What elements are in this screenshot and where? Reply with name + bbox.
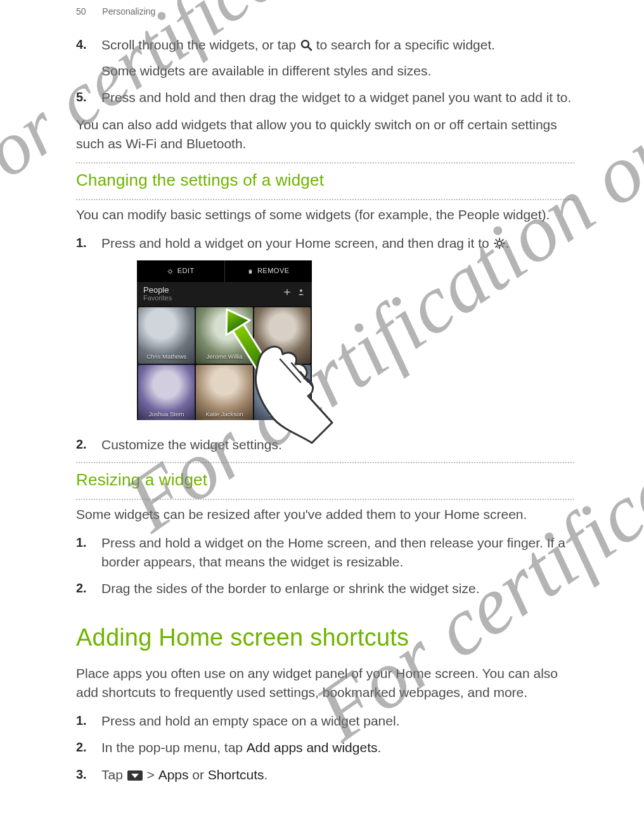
svg-point-2 — [497, 241, 501, 245]
contact-name: Chris Mathews — [146, 352, 186, 361]
step-number: 1. — [76, 712, 90, 731]
contact-name: Joshua Stern — [149, 410, 184, 419]
section-heading: Resizing a widget — [76, 468, 574, 492]
screenshot-edit-label: EDIT — [177, 266, 195, 276]
steps-list: 1. Press and hold a widget on your Home … — [76, 234, 574, 455]
svg-line-10 — [502, 240, 503, 241]
contact-name: m Wong — [271, 352, 293, 361]
list-item: 3. Tap > Apps or Shortcuts. — [76, 765, 574, 784]
divider — [76, 462, 574, 463]
step-number: 4. — [76, 35, 90, 80]
svg-point-12 — [300, 290, 302, 292]
step-number: 3. — [76, 765, 90, 784]
list-item: 1. Press and hold a widget on your Home … — [76, 234, 574, 428]
svg-line-1 — [308, 47, 311, 50]
step-number: 2. — [76, 435, 90, 454]
screenshot-edit-region: EDIT — [137, 260, 224, 282]
body-text: You can modify basic settings of some wi… — [76, 205, 574, 224]
body-text: . — [264, 767, 268, 782]
list-item: 2. Customize the widget settings. — [76, 435, 574, 454]
list-item: 5. Press and hold and then drag the widg… — [76, 88, 574, 107]
list-item: 2. In the pop-up menu, tap Add apps and … — [76, 738, 574, 757]
body-text: to search for a specific widget. — [312, 37, 495, 52]
section-name: Personalizing — [102, 6, 155, 16]
ui-label: Add apps and widgets — [247, 740, 378, 755]
widget-title: People — [143, 286, 172, 295]
step-number: 1. — [76, 234, 90, 428]
body-text: Some widgets are available in different … — [101, 61, 574, 80]
dropdown-triangle-icon — [127, 770, 143, 781]
body-text: Press and hold a widget on the Home scre… — [101, 534, 574, 572]
body-text: or — [189, 767, 208, 782]
screenshot-remove-label: REMOVE — [257, 266, 290, 276]
body-text: Tap — [101, 767, 127, 782]
plus-icon — [283, 288, 292, 300]
body-text: Drag the sides of the border to enlarge … — [101, 579, 574, 598]
steps-list: 1. Press and hold a widget on the Home s… — [76, 534, 574, 599]
svg-line-9 — [496, 246, 497, 247]
page-number: 50 — [76, 6, 86, 16]
body-text: Press and hold an empty space on a widge… — [101, 712, 574, 731]
screenshot-image: EDIT REMOVE People Favorites — [137, 260, 312, 420]
contact-name: Katie Jackson — [205, 410, 243, 419]
step-number: 2. — [76, 738, 90, 757]
step-number: 2. — [76, 579, 90, 598]
svg-line-8 — [502, 246, 503, 247]
body-text: Place apps you often use on any widget p… — [76, 664, 574, 703]
body-text: In the pop-up menu, tap — [101, 740, 247, 755]
settings-gear-icon — [493, 237, 506, 250]
body-text: > — [143, 767, 158, 782]
list-item: 4. Scroll through the widgets, or tap to… — [76, 35, 574, 80]
contact-name: Jerome Willia — [206, 352, 242, 361]
section-heading: Changing the settings of a widget — [76, 169, 574, 193]
user-icon — [297, 288, 306, 300]
svg-line-7 — [496, 240, 497, 241]
steps-list: 4. Scroll through the widgets, or tap to… — [76, 35, 574, 107]
divider — [76, 499, 574, 500]
body-text: Press and hold and then drag the widget … — [101, 88, 574, 107]
step-number: 5. — [76, 88, 90, 107]
list-item: 2. Drag the sides of the border to enlar… — [76, 579, 574, 598]
step-number: 1. — [76, 534, 90, 572]
running-header: 50 Personalizing — [76, 5, 574, 18]
svg-point-11 — [169, 270, 172, 273]
page-title: Adding Home screen shortcuts — [76, 620, 574, 655]
divider — [76, 199, 574, 200]
list-item: 1. Press and hold a widget on the Home s… — [76, 534, 574, 572]
body-text: Scroll through the widgets, or tap — [101, 37, 300, 52]
list-item: 1. Press and hold an empty space on a wi… — [76, 712, 574, 731]
ui-label: Shortcuts — [208, 767, 264, 782]
body-text: . — [506, 236, 510, 250]
body-text: Some widgets can be resized after you've… — [76, 505, 574, 524]
widget-subtitle: Favorites — [143, 295, 172, 302]
body-text: . — [377, 740, 381, 755]
contact-name: Laura Lee — [269, 410, 296, 419]
body-text: Customize the widget settings. — [101, 435, 574, 454]
ui-label: Apps — [158, 767, 189, 782]
steps-list: 1. Press and hold an empty space on a wi… — [76, 712, 574, 784]
body-text: You can also add widgets that allow you … — [76, 115, 574, 154]
divider — [76, 162, 574, 163]
body-text: Press and hold a widget on your Home scr… — [101, 236, 493, 250]
screenshot-remove-region: REMOVE — [224, 260, 312, 282]
search-icon — [300, 39, 312, 51]
